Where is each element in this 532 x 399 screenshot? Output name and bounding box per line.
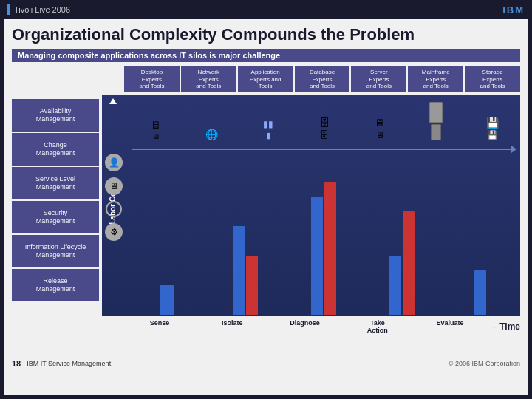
time-take-action: Take Action bbox=[342, 319, 413, 334]
col-application: Application Experts and Tools bbox=[238, 66, 293, 92]
header-title-text: Tivoli Live 2006 bbox=[14, 5, 70, 14]
desktop-icon2: 🖥 bbox=[152, 132, 160, 140]
bar-group-take-action bbox=[365, 211, 439, 315]
labor-arrow-up bbox=[109, 98, 117, 104]
server-icon2: 🖥 bbox=[375, 130, 384, 140]
col-desktop: Desktop Experts and Tools bbox=[124, 66, 180, 92]
bar-takeaction-red bbox=[403, 211, 415, 315]
mainframe-icon bbox=[429, 102, 443, 123]
desktop-icon: 🖥 bbox=[151, 119, 161, 131]
bars-area bbox=[130, 168, 517, 316]
person-icon: 👤 bbox=[105, 154, 123, 171]
app-icon2: ▮ bbox=[266, 131, 270, 140]
bar-isolate-blue bbox=[233, 226, 245, 315]
network-icon: 🌐 bbox=[205, 129, 218, 140]
icon-col-server: 🖥 🖥 bbox=[355, 117, 404, 140]
bar-group-isolate bbox=[208, 226, 282, 315]
bar-group-diagnose bbox=[287, 182, 361, 315]
left-sidebar: Availability Management Change Managemen… bbox=[12, 66, 99, 355]
header-accent bbox=[7, 4, 10, 15]
arrow-line-1 bbox=[132, 149, 511, 150]
mgmt-service-level: Service Level Management bbox=[12, 167, 99, 200]
bar-group-evaluate bbox=[443, 270, 517, 315]
mgmt-security: Security Management bbox=[12, 201, 99, 233]
footer-right: © 2006 IBM Corporation bbox=[449, 360, 520, 367]
page-number: 18 bbox=[12, 359, 21, 368]
footer: 18 IBM IT Service Management © 2006 IBM … bbox=[12, 358, 520, 369]
chart-area: Desktop Experts and Tools Network Expert… bbox=[102, 66, 520, 355]
mgmt-info-lifecycle: Information Lifecycle Management bbox=[12, 235, 99, 267]
icon-col-db: 🗄 🗄 bbox=[300, 117, 349, 140]
icon-col-mainframe bbox=[412, 102, 460, 140]
computer-icon: 🖥 bbox=[105, 177, 123, 195]
footer-left: 18 IBM IT Service Management bbox=[12, 359, 111, 368]
storage-icon: 💾 bbox=[486, 117, 499, 129]
bar-group-sense bbox=[130, 285, 204, 315]
time-arrow-symbol: → bbox=[488, 322, 497, 331]
page-title: Organizational Complexity Compounds the … bbox=[12, 25, 520, 44]
col-headers: Desktop Experts and Tools Network Expert… bbox=[102, 66, 520, 92]
bar-isolate-red bbox=[246, 256, 258, 315]
col-mainframe: Mainframe Experts and Tools bbox=[408, 66, 463, 92]
bar-diagnose-red bbox=[324, 182, 336, 315]
col-storage: Storage Experts and Tools bbox=[465, 66, 520, 92]
col-server: Server Experts and Tools bbox=[351, 66, 406, 92]
icon-col-app: ▮▮ ▮ bbox=[244, 119, 293, 140]
icon-col-network: 🌐 bbox=[188, 129, 236, 140]
server-icons-row: 🖥 🖥 🌐 ▮▮ ▮ 🗄 🗄 bbox=[132, 102, 516, 140]
storage-icon2: 💾 bbox=[487, 130, 498, 140]
bar-evaluate-blue bbox=[474, 270, 486, 315]
db-icon: 🗄 bbox=[319, 117, 330, 129]
time-axis: Sense Isolate Diagnose Take Action Evalu… bbox=[102, 319, 520, 334]
time-diagnose: Diagnose bbox=[269, 319, 340, 334]
header-bar: Tivoli Live 2006 IBM bbox=[0, 0, 532, 19]
time-labels: Sense Isolate Diagnose Take Action Evalu… bbox=[124, 319, 485, 334]
left-icons: 👤 🖥 ⚙ bbox=[102, 154, 126, 241]
mgmt-release: Release Management bbox=[12, 269, 99, 301]
time-isolate: Isolate bbox=[197, 319, 267, 334]
arrow-head-1 bbox=[511, 146, 516, 153]
time-evaluate: Evaluate bbox=[415, 319, 485, 334]
db-icon2: 🗄 bbox=[320, 130, 329, 140]
bar-sense-blue bbox=[160, 285, 174, 315]
gear-icon: ⚙ bbox=[105, 223, 123, 241]
icon-col-storage: 💾 💾 bbox=[468, 117, 516, 140]
time-sense: Sense bbox=[124, 319, 195, 334]
col-network: Network Experts and Tools bbox=[181, 66, 236, 92]
arrows-row bbox=[132, 145, 516, 154]
header-title: Tivoli Live 2006 bbox=[7, 4, 70, 15]
icon-col-desktop: 🖥 🖥 bbox=[132, 119, 180, 140]
ibm-logo: IBM bbox=[502, 4, 525, 16]
chart-visual: Labor Cost 👤 🖥 ⚙ 🖥 🖥 bbox=[102, 95, 520, 316]
mgmt-availability: Availability Management bbox=[12, 99, 99, 132]
bar-diagnose-blue bbox=[311, 197, 323, 315]
mainframe-icon2 bbox=[431, 124, 441, 140]
time-word: Time bbox=[499, 321, 520, 332]
service-mgmt-label: IBM IT Service Management bbox=[27, 360, 111, 367]
col-database: Database Experts and Tools bbox=[295, 66, 350, 92]
server-icon: 🖥 bbox=[375, 117, 385, 129]
bar-takeaction-blue bbox=[389, 256, 401, 315]
app-icon: ▮▮ bbox=[263, 119, 273, 129]
content-area: Availability Management Change Managemen… bbox=[12, 66, 520, 355]
subtitle-bar: Managing composite applications across I… bbox=[12, 49, 520, 62]
globe-icon bbox=[106, 201, 122, 217]
mgmt-change: Change Management bbox=[12, 133, 99, 166]
main-container: Organizational Complexity Compounds the … bbox=[4, 19, 528, 395]
